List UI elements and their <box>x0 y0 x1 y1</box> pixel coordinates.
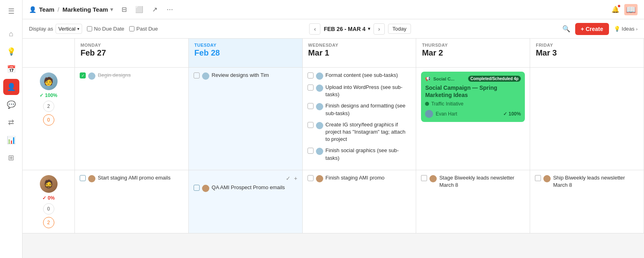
filter-button[interactable]: ⊟ <box>118 4 130 16</box>
task-avatar-small <box>316 72 323 80</box>
campaign-tag-icon: 📢 <box>425 76 431 81</box>
sidebar-shuffle-icon[interactable]: ⇄ <box>3 114 19 130</box>
task-item: Stage Biweekly leads newsletter March 8 <box>421 174 525 189</box>
sidebar-grid-icon[interactable]: ⊞ <box>3 150 19 166</box>
task-text: Stage Biweekly leads newsletter March 8 <box>439 174 525 189</box>
task-checkbox[interactable] <box>421 175 427 181</box>
task-checkbox[interactable] <box>80 175 86 181</box>
bubble-2a: 0 <box>43 203 54 215</box>
sidebar-home-icon[interactable]: ⌂ <box>3 26 19 42</box>
sidebar-menu-icon[interactable]: ☰ <box>3 3 19 19</box>
breadcrumb-chevron[interactable]: ▾ <box>110 6 113 12</box>
task-checkbox[interactable] <box>308 175 314 181</box>
person-cell-1: 🧑 ✓ 100% 2 0 <box>23 68 75 170</box>
no-due-date-input[interactable] <box>87 26 92 31</box>
task-checkbox[interactable] <box>308 72 314 78</box>
day-header-monday: MONDAY Feb 27 <box>75 39 189 68</box>
task-checkbox[interactable] <box>308 148 314 154</box>
ideas-button[interactable]: 💡 Ideas › <box>614 26 638 32</box>
date-range-display[interactable]: FEB 26 - MAR 4 ▾ <box>324 26 370 32</box>
task-avatar-small <box>429 175 437 182</box>
social-campaign-card[interactable]: 📢 Social C... Completed/Scheduled 4p Soc… <box>421 72 525 122</box>
task-avatar-small <box>316 175 323 182</box>
sidebar-bar-chart-icon[interactable]: 📊 <box>3 132 19 148</box>
campaign-progress: ✓ 100% <box>503 111 521 117</box>
next-arrow[interactable]: › <box>374 23 385 35</box>
no-due-date-label: No Due Date <box>94 26 124 32</box>
notification-bell[interactable]: 🔔 <box>611 6 619 13</box>
task-cell-friday-2[interactable]: Ship Biweekly leads newsletter March 8 <box>530 170 644 233</box>
marketing-team-label[interactable]: Marketing Team <box>62 6 108 13</box>
task-cell-thursday-2[interactable]: Stage Biweekly leads newsletter March 8 <box>416 170 530 233</box>
no-due-date-checkbox[interactable]: No Due Date <box>87 26 124 32</box>
ideas-icon: 💡 <box>614 26 620 32</box>
toolbar-right: 🔍 + Create 💡 Ideas › <box>562 23 638 35</box>
campaign-user-avatar <box>425 110 433 118</box>
task-cell-tuesday-2[interactable]: ✓ + QA AMI Prospect Promo emails <box>189 170 303 233</box>
today-button[interactable]: Today <box>388 24 411 34</box>
header-empty <box>23 39 75 68</box>
task-item: ✓ Begin designs <box>80 72 184 80</box>
more-button[interactable]: ⋯ <box>164 4 176 16</box>
task-cell-monday-2[interactable]: Start staging AMI promo emails <box>75 170 189 233</box>
campaign-user-row: Evan Hart <box>425 110 457 118</box>
task-item: Finish designs and formatting (see sub-t… <box>308 102 411 117</box>
book-icon[interactable]: 📖 <box>624 4 638 15</box>
task-avatar-small <box>316 148 323 155</box>
task-checkbox[interactable]: ✓ <box>80 72 86 78</box>
display-value-dropdown[interactable]: Vertical ▾ <box>56 24 82 34</box>
date-navigation: ‹ FEB 26 - MAR 4 ▾ › Today <box>309 23 411 35</box>
topbar-actions: ⊟ ⬜ ↗ ⋯ <box>118 4 176 16</box>
task-avatar-small <box>316 85 323 92</box>
past-due-label: Past Due <box>136 26 158 32</box>
past-due-checkbox[interactable]: Past Due <box>129 26 158 32</box>
create-button[interactable]: + Create <box>575 23 609 35</box>
team-icon: 👤 <box>29 6 37 13</box>
share-button[interactable]: ↗ <box>149 4 161 16</box>
sidebar-chat-icon[interactable]: 💬 <box>3 97 19 113</box>
task-avatar-small <box>88 175 95 182</box>
task-checkbox[interactable] <box>308 85 314 91</box>
notification-badge <box>617 4 621 8</box>
wednesday-name: WEDNESDAY <box>308 43 411 47</box>
task-cell-thursday-1[interactable]: 📢 Social C... Completed/Scheduled 4p Soc… <box>416 68 530 170</box>
task-checkbox[interactable] <box>308 103 314 109</box>
check-action[interactable]: ✓ <box>286 175 291 182</box>
add-action[interactable]: + <box>294 175 297 182</box>
task-avatar-small <box>202 72 209 80</box>
team-label[interactable]: Team <box>39 6 54 13</box>
task-cell-tuesday-1[interactable]: Review designs with Tim <box>189 68 303 170</box>
task-checkbox[interactable] <box>194 185 200 191</box>
breadcrumb-separator: / <box>58 6 59 13</box>
toolbar: Display as Vertical ▾ No Due Date Past D… <box>23 19 644 39</box>
sidebar-team-icon[interactable]: 👤 <box>3 79 19 95</box>
task-item: Start staging AMI promo emails <box>80 174 184 182</box>
search-button[interactable]: 🔍 <box>562 25 570 33</box>
screen-button[interactable]: ⬜ <box>133 4 145 16</box>
task-checkbox[interactable] <box>308 122 314 128</box>
task-item: Create IG story/feed graphics if project… <box>308 121 411 143</box>
breadcrumb: 👤 Team / Marketing Team ▾ <box>29 6 113 13</box>
task-cell-wednesday-2[interactable]: Finish staging AMI promo <box>303 170 417 233</box>
task-checkbox[interactable] <box>535 175 541 181</box>
task-text: Format content (see sub-tasks) <box>326 72 398 79</box>
task-avatar-small <box>316 103 323 110</box>
bubble-1b: 0 <box>43 114 54 126</box>
initiative-dot <box>425 102 429 106</box>
sidebar: ☰ ⌂ 💡 📅 👤 💬 ⇄ 📊 ⊞ <box>0 0 23 258</box>
prev-arrow[interactable]: ‹ <box>309 23 320 35</box>
task-cell-wednesday-1[interactable]: Format content (see sub-tasks) Upload in… <box>303 68 417 170</box>
sidebar-calendar-icon[interactable]: 📅 <box>3 61 19 77</box>
task-cell-monday-1[interactable]: ✓ Begin designs <box>75 68 189 170</box>
main-content: 👤 Team / Marketing Team ▾ ⊟ ⬜ ↗ ⋯ 🔔 📖 Di… <box>23 0 644 258</box>
display-as-label: Display as Vertical ▾ <box>29 24 82 34</box>
past-due-input[interactable] <box>129 26 134 31</box>
day-header-tuesday: TUESDAY Feb 28 <box>189 39 303 68</box>
task-cell-friday-1[interactable] <box>530 68 644 170</box>
day-header-wednesday: WEDNESDAY Mar 1 <box>303 39 417 68</box>
task-item: QA AMI Prospect Promo emails <box>194 184 297 192</box>
sidebar-bulb-icon[interactable]: 💡 <box>3 43 19 60</box>
task-checkbox[interactable] <box>194 72 200 78</box>
wednesday-date: Mar 1 <box>308 48 411 58</box>
task-text: QA AMI Prospect Promo emails <box>212 184 285 191</box>
